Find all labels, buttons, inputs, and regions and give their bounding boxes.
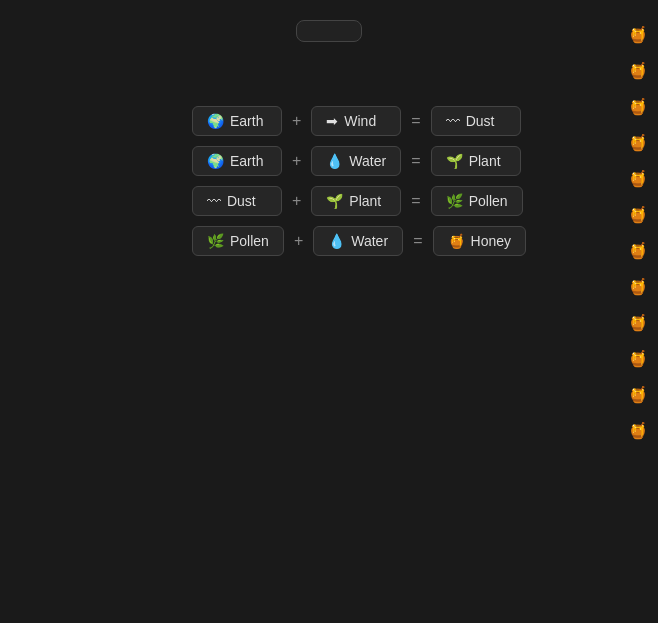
ingredient-icon: 🌍 — [207, 153, 224, 169]
sidebar-icon-4[interactable]: 🍯 — [624, 164, 652, 192]
sidebar-icon-6[interactable]: 🍯 — [624, 236, 652, 264]
plus-operator: + — [292, 232, 305, 250]
recipe-row-2: 〰Dust+🌱Plant=🌿Pollen — [192, 186, 523, 216]
sidebar-icon-11[interactable]: 🍯 — [624, 416, 652, 444]
recipe-row-1: 🌍Earth+💧Water=🌱Plant — [192, 146, 521, 176]
ingredient-icon: 💧 — [326, 153, 343, 169]
result-2[interactable]: 🌿Pollen — [431, 186, 523, 216]
ingredient-3-1[interactable]: 💧Water — [313, 226, 403, 256]
recipe-row-0: 🌍Earth+➡Wind=〰Dust — [192, 106, 521, 136]
ingredient-2-0[interactable]: 〰Dust — [192, 186, 282, 216]
plus-operator: + — [290, 192, 303, 210]
recipes-container: 🌍Earth+➡Wind=〰Dust🌍Earth+💧Water=🌱Plant〰D… — [192, 106, 526, 256]
ingredient-label: Earth — [230, 113, 263, 129]
ingredient-icon: 🌿 — [207, 233, 224, 249]
ingredient-icon: ➡ — [326, 113, 338, 129]
sidebar-icon-2[interactable]: 🍯 — [624, 92, 652, 120]
title-badge — [296, 20, 362, 42]
sidebar-icon-5[interactable]: 🍯 — [624, 200, 652, 228]
ingredient-label: Earth — [230, 153, 263, 169]
sidebar-icon-3[interactable]: 🍯 — [624, 128, 652, 156]
ingredient-label: Plant — [349, 193, 381, 209]
result-label: Dust — [466, 113, 495, 129]
result-icon: 🌱 — [446, 153, 463, 169]
sidebar-icon-8[interactable]: 🍯 — [624, 308, 652, 336]
plus-operator: + — [290, 112, 303, 130]
result-1[interactable]: 🌱Plant — [431, 146, 521, 176]
ingredient-3-0[interactable]: 🌿Pollen — [192, 226, 284, 256]
result-label: Honey — [471, 233, 511, 249]
result-icon: 🍯 — [448, 233, 465, 249]
result-0[interactable]: 〰Dust — [431, 106, 521, 136]
ingredient-label: Water — [349, 153, 386, 169]
ingredient-0-0[interactable]: 🌍Earth — [192, 106, 282, 136]
main-content: 🌍Earth+➡Wind=〰Dust🌍Earth+💧Water=🌱Plant〰D… — [0, 0, 658, 256]
ingredient-0-1[interactable]: ➡Wind — [311, 106, 401, 136]
ingredient-label: Dust — [227, 193, 256, 209]
equals-operator: = — [409, 192, 422, 210]
result-icon: 〰 — [446, 113, 460, 129]
ingredient-label: Wind — [344, 113, 376, 129]
equals-operator: = — [411, 232, 424, 250]
ingredient-icon: 🌍 — [207, 113, 224, 129]
sidebar-icon-0[interactable]: 🍯 — [624, 20, 652, 48]
ingredient-label: Water — [351, 233, 388, 249]
result-label: Pollen — [469, 193, 508, 209]
equals-operator: = — [409, 112, 422, 130]
sidebar-icon-9[interactable]: 🍯 — [624, 344, 652, 372]
sidebar-icon-10[interactable]: 🍯 — [624, 380, 652, 408]
result-icon: 🌿 — [446, 193, 463, 209]
ingredient-icon: 〰 — [207, 193, 221, 209]
sidebar-icons: 🍯🍯🍯🍯🍯🍯🍯🍯🍯🍯🍯🍯 — [624, 20, 652, 444]
ingredient-label: Pollen — [230, 233, 269, 249]
sidebar-icon-7[interactable]: 🍯 — [624, 272, 652, 300]
equals-operator: = — [409, 152, 422, 170]
ingredient-1-1[interactable]: 💧Water — [311, 146, 401, 176]
sidebar-icon-1[interactable]: 🍯 — [624, 56, 652, 84]
plus-operator: + — [290, 152, 303, 170]
ingredient-icon: 🌱 — [326, 193, 343, 209]
ingredient-icon: 💧 — [328, 233, 345, 249]
result-label: Plant — [469, 153, 501, 169]
ingredient-2-1[interactable]: 🌱Plant — [311, 186, 401, 216]
ingredient-1-0[interactable]: 🌍Earth — [192, 146, 282, 176]
result-3[interactable]: 🍯Honey — [433, 226, 526, 256]
recipe-row-3: 🌿Pollen+💧Water=🍯Honey — [192, 226, 526, 256]
